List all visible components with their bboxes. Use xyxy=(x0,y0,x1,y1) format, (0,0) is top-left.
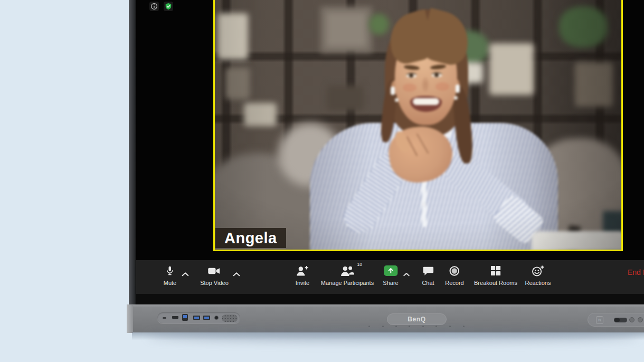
decorative-shape xyxy=(463,326,465,327)
earbud xyxy=(391,87,395,95)
chat-label: Chat xyxy=(422,280,434,286)
info-icon xyxy=(150,3,158,10)
decorative-shape xyxy=(208,266,221,276)
decorative-shape xyxy=(434,73,439,77)
usb-a-port xyxy=(203,316,210,320)
shield-check-icon xyxy=(165,3,172,10)
decorative-shape xyxy=(491,271,495,275)
decorative-shape xyxy=(183,273,188,275)
video-options-chevron[interactable] xyxy=(233,269,241,279)
participants-icon: 10 xyxy=(339,265,355,277)
decorative-shape xyxy=(216,268,220,273)
decorative-shape xyxy=(169,266,172,271)
decorative-shape xyxy=(535,272,539,273)
decorative-shape xyxy=(449,265,460,277)
decorative-shape xyxy=(348,266,352,270)
screen-lower-frame xyxy=(136,294,644,304)
share-button[interactable]: Share xyxy=(383,265,398,286)
monitor-shadow xyxy=(132,332,644,340)
power-toggle xyxy=(614,318,627,322)
share-up-arrow-icon xyxy=(384,265,397,276)
decorative-shape xyxy=(183,315,187,318)
meeting-security-button[interactable] xyxy=(164,2,173,11)
participant-count-badge: 10 xyxy=(357,262,362,267)
mute-options-chevron[interactable] xyxy=(182,269,190,279)
port-panel xyxy=(157,312,240,323)
decorative-shape xyxy=(535,270,536,271)
decorative-shape xyxy=(209,268,216,273)
decorative-shape xyxy=(297,272,305,276)
decorative-shape xyxy=(614,318,620,322)
decorative-shape xyxy=(422,77,429,92)
decorative-shape xyxy=(496,271,500,275)
decorative-shape xyxy=(413,98,439,105)
stop-video-button[interactable]: Stop Video xyxy=(200,265,229,286)
share-options-chevron[interactable] xyxy=(403,269,410,279)
panel-button xyxy=(629,317,634,322)
reactions-button[interactable]: Reactions xyxy=(525,265,551,286)
decorative-shape xyxy=(395,326,397,327)
decorative-shape xyxy=(404,273,409,275)
decorative-shape xyxy=(339,265,355,277)
decorative-shape xyxy=(403,272,410,277)
decorative-shape xyxy=(452,268,457,273)
monitor-frame-left xyxy=(129,0,136,304)
decorative-shape xyxy=(349,272,355,275)
decorative-shape xyxy=(538,270,539,271)
panel-button xyxy=(638,317,643,322)
decorative-shape xyxy=(299,266,303,271)
hdmi-port xyxy=(172,316,178,319)
participant-name-label: Angela xyxy=(215,228,286,248)
breakout-rooms-button[interactable]: Breakout Rooms xyxy=(474,265,517,286)
decorative-shape xyxy=(204,317,209,319)
decorative-shape xyxy=(343,266,347,271)
decorative-shape xyxy=(386,267,395,274)
decorative-shape xyxy=(490,265,501,276)
decorative-shape xyxy=(296,265,309,277)
monitor-screen: Angela Mute Stop Video Invite xyxy=(136,0,644,304)
decorative-shape xyxy=(182,272,190,277)
decorative-shape xyxy=(382,326,384,327)
end-meeting-button[interactable]: End Meeting xyxy=(628,268,644,277)
meeting-info-button[interactable] xyxy=(149,2,159,11)
mute-label: Mute xyxy=(164,280,176,286)
decorative-shape xyxy=(423,266,433,275)
microphone-icon xyxy=(165,265,175,277)
manage-participants-label: Manage Participants xyxy=(321,280,374,286)
reaction-smiley-icon xyxy=(531,265,544,277)
control-panel: N xyxy=(588,313,644,327)
decorative-shape xyxy=(409,74,413,78)
decorative-shape xyxy=(403,83,416,92)
nfc-icon: N xyxy=(596,316,603,324)
decorative-shape xyxy=(533,267,541,275)
earbud xyxy=(456,84,460,93)
benq-logo: BenQ xyxy=(387,313,447,325)
usb-a-port xyxy=(193,316,200,320)
decorative-shape xyxy=(491,266,495,270)
invite-button[interactable]: Invite xyxy=(296,265,309,286)
chat-bubble-icon xyxy=(422,265,434,277)
decorative-shape xyxy=(194,317,199,319)
decorative-shape xyxy=(531,265,544,277)
manage-participants-button[interactable]: 10 Manage Participants xyxy=(321,265,374,286)
record-label: Record xyxy=(445,280,463,286)
decorative-shape xyxy=(496,266,500,270)
decorative-shape xyxy=(154,4,155,5)
monitor-bezel: BenQ N xyxy=(127,304,644,332)
reactions-label: Reactions xyxy=(525,280,551,286)
decorative-shape xyxy=(233,272,241,277)
decorative-shape xyxy=(165,3,172,10)
active-speaker-video-tile[interactable]: Angela xyxy=(213,0,623,251)
decorative-shape xyxy=(341,272,349,276)
share-label: Share xyxy=(383,280,398,286)
mute-button[interactable]: Mute xyxy=(164,265,176,286)
decorative-shape xyxy=(409,326,410,327)
decorative-shape xyxy=(423,203,425,206)
chat-button[interactable]: Chat xyxy=(422,265,434,286)
grid-icon xyxy=(490,265,501,277)
woman-portrait xyxy=(215,0,621,250)
record-button[interactable]: Record xyxy=(445,265,463,286)
decorative-shape xyxy=(422,265,434,277)
page-background: Angela Mute Stop Video Invite xyxy=(0,0,644,362)
decorative-shape xyxy=(435,82,449,91)
